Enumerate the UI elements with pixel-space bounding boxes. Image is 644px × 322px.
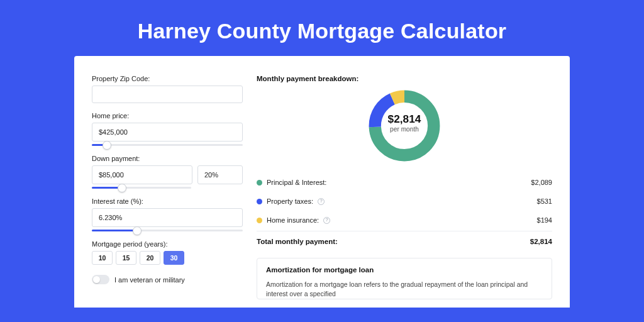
slider-thumb[interactable] [103, 141, 111, 150]
period-option-15[interactable]: 15 [116, 251, 136, 265]
interest-rate-input[interactable] [92, 208, 243, 227]
legend-label: Property taxes: [267, 197, 313, 205]
donut-chart: $2,814 per month [257, 87, 552, 164]
down-payment-label: Down payment: [92, 155, 243, 162]
legend-row-home-insurance: Home insurance: ? $194 [257, 211, 552, 230]
dot-icon [257, 218, 262, 223]
amortization-text: Amortization for a mortgage loan refers … [266, 280, 543, 299]
legend-label: Home insurance: [267, 216, 319, 224]
amortization-card: Amortization for mortgage loan Amortizat… [257, 258, 552, 299]
page-title: Harney County Mortgage Calculator [0, 0, 644, 56]
interest-rate-label: Interest rate (%): [92, 197, 243, 205]
total-value: $2,814 [530, 238, 552, 245]
period-option-30[interactable]: 30 [164, 251, 184, 265]
down-payment-field: Down payment: [92, 155, 243, 189]
mortgage-period-field: Mortgage period (years): 10 15 20 30 [92, 240, 243, 265]
home-price-input[interactable] [92, 123, 243, 142]
info-icon[interactable]: ? [318, 198, 325, 205]
zip-input[interactable] [92, 86, 243, 103]
period-options: 10 15 20 30 [92, 251, 243, 265]
home-price-field: Home price: [92, 112, 243, 146]
dot-icon [257, 199, 262, 204]
interest-rate-field: Interest rate (%): [92, 197, 243, 231]
form-column: Property Zip Code: Home price: Down paym… [92, 75, 243, 308]
donut-svg: $2,814 per month [366, 87, 443, 164]
slider-thumb[interactable] [118, 184, 126, 192]
legend-value: $531 [537, 197, 552, 205]
amortization-title: Amortization for mortgage loan [266, 266, 543, 274]
home-price-label: Home price: [92, 112, 243, 119]
home-price-slider[interactable] [92, 144, 243, 146]
total-row: Total monthly payment: $2,814 [257, 231, 552, 254]
legend-value: $2,089 [531, 179, 552, 186]
veteran-toggle[interactable] [92, 275, 109, 284]
legend-row-property-taxes: Property taxes: ? $531 [257, 192, 552, 211]
down-payment-amount-input[interactable] [92, 165, 192, 184]
zip-field: Property Zip Code: [92, 75, 243, 103]
calculator-card: Property Zip Code: Home price: Down paym… [74, 56, 570, 308]
donut-center-amount: $2,814 [379, 113, 430, 126]
info-icon[interactable]: ? [323, 217, 330, 224]
veteran-label: I am veteran or military [114, 276, 185, 284]
slider-thumb[interactable] [133, 226, 142, 235]
total-label: Total monthly payment: [257, 238, 338, 245]
interest-rate-slider[interactable] [92, 230, 243, 231]
down-payment-percent-input[interactable] [197, 165, 243, 184]
down-payment-slider[interactable] [92, 187, 191, 189]
legend-label: Principal & Interest: [267, 179, 326, 186]
dot-icon [257, 180, 262, 186]
period-option-20[interactable]: 20 [140, 251, 160, 265]
breakdown-legend: Principal & Interest: $2,089 Property ta… [257, 173, 552, 254]
veteran-row: I am veteran or military [92, 275, 243, 284]
legend-row-principal-interest: Principal & Interest: $2,089 [257, 173, 552, 192]
legend-value: $194 [537, 216, 552, 224]
period-option-10[interactable]: 10 [92, 251, 113, 265]
donut-center-caption: per month [379, 126, 430, 133]
zip-label: Property Zip Code: [92, 75, 243, 82]
mortgage-period-label: Mortgage period (years): [92, 240, 243, 248]
breakdown-title: Monthly payment breakdown: [257, 75, 552, 82]
results-column: Monthly payment breakdown: $2,814 per mo… [257, 75, 552, 308]
